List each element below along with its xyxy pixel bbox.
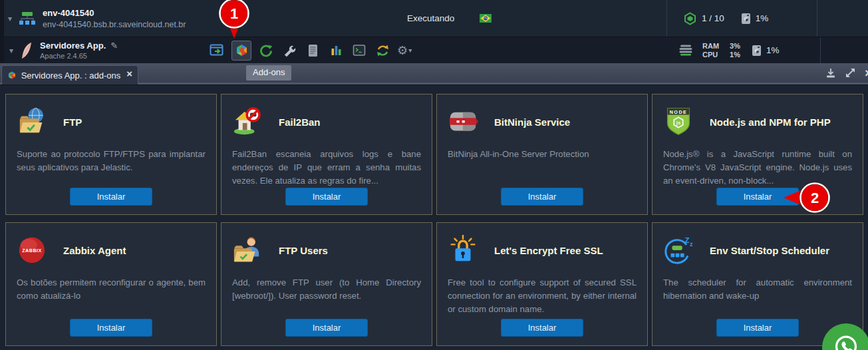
zabbix-icon: ZABBIX — [17, 235, 47, 265]
web-ssh-terminal-icon[interactable] — [351, 42, 368, 59]
header-divider — [817, 0, 817, 37]
environment-hostname[interactable]: env-4041540.bsb.br.saveincloud.net.br — [43, 20, 186, 29]
redeploy-icon[interactable] — [374, 42, 391, 59]
scheduler-z-text: Z — [685, 236, 690, 244]
addon-title: FTP Users — [279, 245, 328, 256]
node-toolbar: ⚙ ▾ — [208, 37, 412, 63]
fail2ban-icon — [232, 106, 263, 137]
settings-gear-icon[interactable]: ⚙ ▾ — [397, 42, 412, 59]
addon-title: Let's Encrypt Free SSL — [494, 245, 603, 256]
addon-description: Os botões permitem reconfigurar o agente… — [17, 276, 206, 303]
install-button[interactable]: Instalar — [285, 319, 368, 337]
ram-label: RAM — [702, 42, 719, 50]
install-button[interactable]: Instalar — [501, 319, 583, 337]
install-button[interactable]: Instalar — [70, 319, 152, 337]
install-button[interactable]: Instalar — [501, 188, 583, 206]
nodes-count: 1 / 10 — [702, 13, 724, 23]
env-disk-usage: 1% — [756, 13, 769, 23]
ftp-users-icon — [232, 235, 263, 265]
node-layers-icon — [678, 45, 693, 57]
restart-node-icon[interactable] — [257, 42, 275, 59]
ram-value: 3% — [730, 42, 740, 50]
install-button[interactable]: Instalar — [716, 188, 799, 206]
environment-topology-icon — [19, 11, 36, 26]
addon-title: Zabbix Agent — [63, 245, 126, 256]
nodejs-icon: NODE js — [663, 106, 694, 137]
install-button[interactable]: Instalar — [285, 188, 368, 206]
config-wrench-icon[interactable] — [281, 42, 298, 59]
addon-title: BitNinja Service — [494, 116, 570, 128]
node-stack-version: Apache 2.4.65 — [40, 52, 118, 60]
disk-icon — [752, 45, 761, 56]
addon-title: Node.js and NPM for PHP — [710, 116, 831, 128]
whatsapp-icon — [831, 333, 861, 350]
node-collapse-chevron-icon[interactable]: ▾ — [9, 46, 13, 55]
environment-name[interactable]: env-4041540 — [43, 8, 186, 18]
cpu-value: 1% — [730, 51, 740, 59]
addon-title: FTP — [63, 116, 82, 128]
addon-card-nodejs: NODE js Node.js and NPM for PHP Node.js®… — [652, 94, 863, 215]
addons-tooltip: Add-ons — [246, 65, 291, 81]
brazil-flag-icon — [480, 14, 492, 23]
header-divider — [820, 37, 821, 63]
apache-feather-icon — [20, 42, 33, 59]
env-collapse-chevron-icon[interactable]: ▾ — [8, 14, 12, 23]
expand-panel-icon[interactable] — [845, 68, 855, 78]
addon-description: Suporte ao protocolo FTP/FTPS para impla… — [17, 148, 206, 174]
node-disk-usage: 1% — [766, 45, 780, 55]
addon-description: The scheduler for automatic environment … — [663, 276, 852, 303]
addons-grid: FTP Suporte ao protocolo FTP/FTPS para i… — [0, 85, 868, 350]
add-ons-icon[interactable] — [231, 41, 251, 61]
scheduler-z2-text: z — [690, 241, 692, 248]
add-ons-tab-icon — [7, 70, 17, 81]
addon-title: Fail2Ban — [279, 116, 321, 128]
statistics-icon[interactable] — [327, 42, 345, 59]
tab-addons[interactable]: Servidores App. : add-ons × — [1, 65, 138, 85]
settings-caret-icon: ▾ — [408, 47, 412, 54]
addon-card-bitninja: BitNinja Service BitNinja All-in-One Ser… — [436, 94, 648, 215]
install-button[interactable]: Instalar — [716, 319, 799, 337]
addon-title: Env Start/Stop Scheduler — [710, 245, 829, 256]
tab-close-icon[interactable]: × — [126, 68, 132, 79]
addon-description: Fail2Ban escaneia arquivos logs e bane e… — [232, 148, 421, 187]
log-icon[interactable] — [304, 42, 321, 59]
bitninja-icon — [448, 106, 478, 137]
addon-card-zabbix: ZABBIX Zabbix Agent Os botões permitem r… — [5, 222, 217, 346]
node-group-name[interactable]: Servidores App. — [40, 41, 106, 51]
gear-glyph: ⚙ — [397, 45, 408, 57]
close-panel-icon[interactable]: × — [865, 67, 868, 79]
ftp-icon — [17, 106, 47, 137]
install-button[interactable]: Instalar — [70, 188, 152, 206]
cpu-label: CPU — [702, 51, 719, 59]
node-hex-text: js — [676, 120, 680, 126]
scheduler-icon: Z z — [663, 235, 694, 265]
addon-card-ftp: FTP Suporte ao protocolo FTP/FTPS para i… — [5, 94, 217, 215]
zabbix-text: ZABBIX — [22, 248, 42, 254]
tab-label: Servidores App. : add-ons — [21, 71, 121, 81]
addon-description: Free tool to configure support of secure… — [448, 276, 637, 315]
open-in-browser-icon[interactable] — [208, 42, 225, 59]
environment-status-label: Executando — [407, 13, 454, 23]
node-header-row: ▾ Servidores App. ✎ Apache 2.4.65 — [0, 37, 868, 63]
addon-description: BitNinja All-in-One Server Protection — [448, 148, 637, 161]
lets-encrypt-icon — [448, 235, 478, 265]
tab-bar: Servidores App. : add-ons × Add-ons × — [0, 63, 868, 85]
addon-description: Add, remove FTP user (to Home Directory … — [232, 276, 421, 303]
addon-card-fail2ban: Fail2Ban Fail2Ban escaneia arquivos logs… — [221, 94, 432, 215]
node-band-text: NODE — [670, 110, 687, 115]
download-panel-icon[interactable] — [825, 68, 836, 79]
disk-icon — [742, 13, 750, 24]
addon-card-ftp-users: FTP Users Add, remove FTP user (to Home … — [221, 222, 432, 346]
nodes-hexagon-icon — [684, 12, 696, 25]
addon-card-lets-encrypt: Let's Encrypt Free SSL Free tool to conf… — [436, 222, 648, 346]
addon-description: Node.js® is a JavaScript runtime built o… — [663, 148, 852, 187]
edit-pencil-icon[interactable]: ✎ — [110, 41, 118, 51]
left-strip — [0, 0, 4, 63]
environment-header-row: ▾ env-4041540 env-4041540.bsb.br.saveinc… — [0, 0, 868, 37]
